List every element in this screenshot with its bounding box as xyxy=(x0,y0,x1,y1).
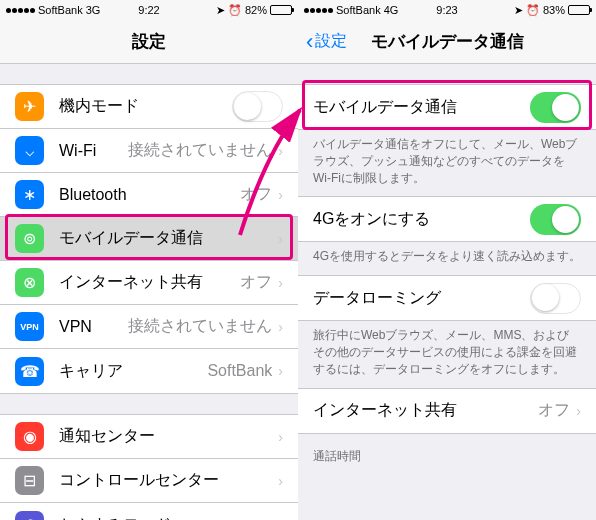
settings-row[interactable]: ⌵Wi-Fi接続されていません› xyxy=(0,129,298,173)
carrier-label: SoftBank xyxy=(336,4,381,16)
row-label: モバイルデータ通信 xyxy=(313,97,530,118)
cellular-icon: ⊚ xyxy=(15,224,44,253)
network-label: 3G xyxy=(86,4,101,16)
navbar: 設定 xyxy=(0,20,298,64)
cellular-toggle[interactable] xyxy=(530,92,581,123)
section-footer: 4Gを使用するとデータをより速く読み込めます。 xyxy=(298,242,596,275)
chevron-right-icon: › xyxy=(278,363,283,379)
hotspot-icon: ⊗ xyxy=(15,268,44,297)
settings-row[interactable]: ⊟コントロールセンター› xyxy=(0,459,298,503)
row-label: キャリア xyxy=(59,361,207,382)
time-label: 9:22 xyxy=(138,4,159,16)
row-label: コントロールセンター xyxy=(59,470,272,491)
row-label: VPN xyxy=(59,318,128,336)
settings-row[interactable]: ⊚モバイルデータ通信› xyxy=(0,217,298,261)
chevron-right-icon: › xyxy=(278,275,283,291)
section-roaming: データローミング xyxy=(298,275,596,321)
notif-icon: ◉ xyxy=(15,422,44,451)
row-label: Bluetooth xyxy=(59,186,240,204)
battery-icon xyxy=(270,5,292,15)
vpn-icon: VPN xyxy=(15,312,44,341)
signal-icon xyxy=(6,8,35,13)
4g-toggle[interactable] xyxy=(530,204,581,235)
alarm-icon: ⏰ xyxy=(228,4,242,17)
status-bar: SoftBank 4G 9:23 ➤ ⏰ 83% xyxy=(298,0,596,20)
cellular-screen: SoftBank 4G 9:23 ➤ ⏰ 83% ‹ 設定 モバイルデータ通信 … xyxy=(298,0,596,520)
row-detail: オフ xyxy=(240,184,272,205)
carrier-icon: ☎ xyxy=(15,357,44,386)
settings-row[interactable]: ⊗インターネット共有オフ› xyxy=(0,261,298,305)
row-label: 通知センター xyxy=(59,426,272,447)
settings-row[interactable]: ☎キャリアSoftBank› xyxy=(0,349,298,393)
chevron-right-icon: › xyxy=(278,143,283,159)
settings-row[interactable]: ∗Bluetoothオフ› xyxy=(0,173,298,217)
control-icon: ⊟ xyxy=(15,466,44,495)
chevron-right-icon: › xyxy=(576,403,581,419)
row-detail: オフ xyxy=(240,272,272,293)
settings-row[interactable]: ◉通知センター› xyxy=(0,415,298,459)
back-button[interactable]: ‹ 設定 xyxy=(306,29,347,55)
section-hotspot: インターネット共有 オフ › xyxy=(298,388,596,434)
row-label: モバイルデータ通信 xyxy=(59,228,272,249)
signal-icon xyxy=(304,8,333,13)
wifi-icon: ⌵ xyxy=(15,136,44,165)
settings-screen: SoftBank 3G 9:22 ➤ ⏰ 82% 設定 ✈機内モード⌵Wi-Fi… xyxy=(0,0,298,520)
row-label: データローミング xyxy=(313,288,530,309)
chevron-right-icon: › xyxy=(278,319,283,335)
settings-row[interactable]: ✈機内モード xyxy=(0,85,298,129)
network-label: 4G xyxy=(384,4,399,16)
navbar: ‹ 設定 モバイルデータ通信 xyxy=(298,20,596,64)
chevron-right-icon: › xyxy=(278,231,283,247)
settings-list-2: ◉通知センター›⊟コントロールセンター›☽おやすみモード› xyxy=(0,414,298,520)
page-title: モバイルデータ通信 xyxy=(371,30,524,53)
section-footer: バイルデータ通信をオフにして、メール、Webブラウズ、プッシュ通知などのすべての… xyxy=(298,130,596,196)
row-label: おやすみモード xyxy=(59,515,272,521)
back-label: 設定 xyxy=(315,31,347,52)
settings-row[interactable]: ☽おやすみモード› xyxy=(0,503,298,520)
row-label: インターネット共有 xyxy=(59,272,240,293)
chevron-right-icon: › xyxy=(278,429,283,445)
battery-pct: 82% xyxy=(245,4,267,16)
row-label: インターネット共有 xyxy=(313,400,538,421)
chevron-right-icon: › xyxy=(278,187,283,203)
battery-icon xyxy=(568,5,590,15)
row-label: Wi-Fi xyxy=(59,142,128,160)
chevron-right-icon: › xyxy=(278,473,283,489)
roaming-row[interactable]: データローミング xyxy=(298,276,596,320)
row-detail: 接続されていません xyxy=(128,140,272,161)
airplane-icon: ✈ xyxy=(15,92,44,121)
status-bar: SoftBank 3G 9:22 ➤ ⏰ 82% xyxy=(0,0,298,20)
battery-pct: 83% xyxy=(543,4,565,16)
section-footer: 旅行中にWebブラウズ、メール、MMS、およびその他のデータサービスの使用による… xyxy=(298,321,596,387)
time-label: 9:23 xyxy=(436,4,457,16)
section-header: 通話時間 xyxy=(298,434,596,470)
location-icon: ➤ xyxy=(216,4,225,17)
toggle[interactable] xyxy=(232,91,283,122)
bluetooth-icon: ∗ xyxy=(15,180,44,209)
alarm-icon: ⏰ xyxy=(526,4,540,17)
enable-4g-row[interactable]: 4Gをオンにする xyxy=(298,197,596,241)
settings-list: ✈機内モード⌵Wi-Fi接続されていません›∗Bluetoothオフ›⊚モバイル… xyxy=(0,84,298,394)
row-detail: SoftBank xyxy=(207,362,272,380)
section-4g: 4Gをオンにする xyxy=(298,196,596,242)
row-label: 4Gをオンにする xyxy=(313,209,530,230)
hotspot-row[interactable]: インターネット共有 オフ › xyxy=(298,389,596,433)
row-detail: オフ xyxy=(538,400,570,421)
row-detail: 接続されていません xyxy=(128,316,272,337)
settings-row[interactable]: VPNVPN接続されていません› xyxy=(0,305,298,349)
section-cellular: モバイルデータ通信 xyxy=(298,84,596,130)
page-title: 設定 xyxy=(132,30,166,53)
row-label: 機内モード xyxy=(59,96,232,117)
roaming-toggle[interactable] xyxy=(530,283,581,314)
cellular-data-row[interactable]: モバイルデータ通信 xyxy=(298,85,596,129)
carrier-label: SoftBank xyxy=(38,4,83,16)
chevron-back-icon: ‹ xyxy=(306,29,313,55)
location-icon: ➤ xyxy=(514,4,523,17)
dnd-icon: ☽ xyxy=(15,511,44,521)
